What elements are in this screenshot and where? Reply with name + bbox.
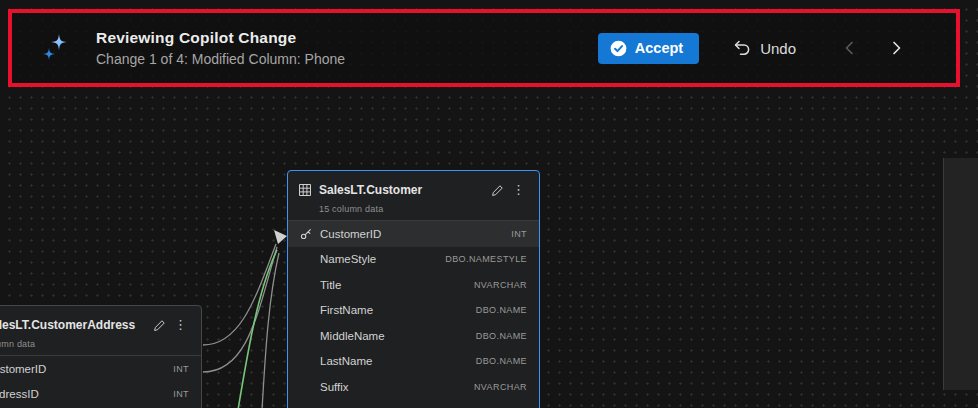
column-type: INT	[173, 389, 189, 399]
column-type: INT	[173, 364, 189, 374]
column-name: CustomerID	[0, 363, 46, 375]
ellipsis-vertical-icon: ⋮	[174, 317, 187, 332]
column-name: NameStyle	[320, 253, 376, 265]
relationship-arrowhead	[274, 230, 287, 244]
column-type: DBO.NAME	[476, 305, 527, 315]
column-row[interactable]: TitleNVARCHAR	[288, 272, 539, 298]
column-list: CustomerIDINTNameStyleDBO.NAMESTYLETitle…	[288, 221, 539, 408]
column-name: LastName	[320, 355, 372, 367]
undo-button[interactable]: Undo	[729, 33, 800, 63]
column-name: MiddleName	[320, 330, 385, 342]
copilot-sparkle-icon	[38, 31, 72, 65]
ellipsis-vertical-icon: ⋮	[512, 182, 525, 197]
column-row[interactable]: FirstNameDBO.NAME	[288, 298, 539, 324]
undo-button-label: Undo	[760, 40, 796, 57]
relationship-edge-highlighted[interactable]	[238, 250, 277, 408]
column-name: FirstName	[320, 304, 373, 316]
table-title: SalesLT.Customer	[319, 183, 422, 197]
table-icon	[298, 183, 312, 197]
relationship-edge[interactable]	[203, 244, 276, 345]
column-list: CustomerIDINTAddressIDINT	[0, 356, 201, 408]
column-type: DBO.NAME	[476, 331, 527, 341]
pencil-icon	[491, 184, 504, 197]
table-title: SalesLT.CustomerAddress	[0, 318, 135, 332]
banner-title: Reviewing Copilot Change	[96, 29, 345, 47]
partial-table-card-right[interactable]	[943, 158, 978, 390]
edit-table-button[interactable]	[487, 182, 508, 199]
table-subtitle: column data	[0, 339, 191, 349]
accept-button[interactable]: Accept	[598, 33, 699, 64]
relationship-edge[interactable]	[262, 253, 279, 408]
edit-table-button[interactable]	[149, 317, 170, 334]
chevron-right-icon	[888, 40, 904, 56]
table-subtitle: 15 column data	[319, 204, 529, 214]
column-row[interactable]: SuffixNVARCHAR	[288, 374, 539, 400]
column-name: Suffix	[320, 381, 349, 393]
column-type: NVARCHAR	[474, 382, 527, 392]
primary-key-icon-slot	[300, 228, 320, 240]
banner-text: Reviewing Copilot Change Change 1 of 4: …	[96, 29, 345, 67]
column-row[interactable]: LastNameDBO.NAME	[288, 349, 539, 375]
column-row[interactable]: MiddleNameDBO.NAME	[288, 323, 539, 349]
previous-change-button[interactable]	[840, 38, 860, 58]
column-type: DBO.NAMESTYLE	[445, 254, 527, 264]
table-more-button[interactable]: ⋮	[508, 182, 529, 198]
table-card-header[interactable]: SalesLT.Customer ⋮ 15 column data	[288, 171, 539, 221]
primary-key-icon	[300, 228, 312, 240]
column-row[interactable]: NameStyleDBO.NAMESTYLE	[288, 247, 539, 273]
table-card-customer-address[interactable]: SalesLT.CustomerAddress ⋮ column data Cu…	[0, 305, 202, 408]
column-row[interactable]: CustomerIDINT	[0, 356, 201, 382]
column-type: INT	[511, 229, 527, 239]
column-name: AddressID	[0, 388, 39, 400]
table-card-customer[interactable]: SalesLT.Customer ⋮ 15 column data Custom…	[287, 170, 540, 408]
banner-subtitle: Change 1 of 4: Modified Column: Phone	[96, 51, 345, 67]
change-navigation	[840, 38, 906, 58]
chevron-left-icon	[842, 40, 858, 56]
table-more-button[interactable]: ⋮	[170, 317, 191, 333]
undo-icon	[733, 39, 751, 57]
column-row[interactable]: AddressIDINT	[0, 382, 201, 408]
copilot-review-banner: Reviewing Copilot Change Change 1 of 4: …	[8, 9, 960, 87]
column-type: DBO.NAME	[476, 356, 527, 366]
table-card-header[interactable]: SalesLT.CustomerAddress ⋮ column data	[0, 306, 201, 356]
next-change-button[interactable]	[886, 38, 906, 58]
check-circle-icon	[610, 40, 627, 57]
column-type: NVARCHAR	[474, 280, 527, 290]
column-row[interactable]: CustomerIDINT	[288, 221, 539, 247]
column-name: Title	[320, 279, 341, 291]
accept-button-label: Accept	[635, 40, 683, 56]
pencil-icon	[153, 319, 166, 332]
schema-designer-canvas[interactable]: Reviewing Copilot Change Change 1 of 4: …	[0, 0, 978, 408]
column-name: CustomerID	[320, 228, 381, 240]
